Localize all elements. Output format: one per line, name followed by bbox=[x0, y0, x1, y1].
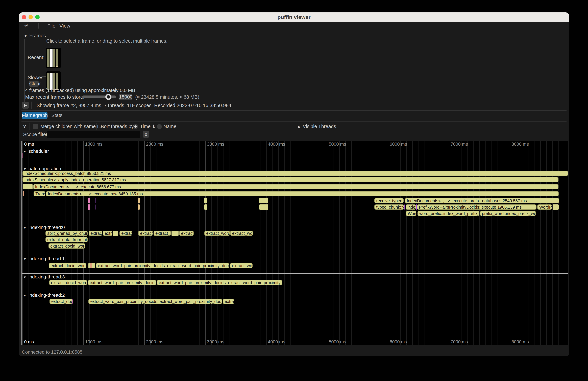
scope-bar[interactable]: receive_typed_ bbox=[374, 198, 404, 203]
scope-bar[interactable]: IndexDocuments<_, _>::execute_prefix_dat… bbox=[405, 198, 559, 203]
scope-bar[interactable]: extract_word_pair_proximity_docids::extr… bbox=[157, 280, 282, 285]
frame-bar[interactable] bbox=[47, 73, 49, 90]
scope-bar[interactable]: extract bbox=[89, 231, 102, 236]
scope-bar[interactable]: extract_word_pair_proximity_docids::extr… bbox=[96, 263, 229, 268]
scope-bar[interactable] bbox=[23, 191, 24, 196]
menu-file[interactable]: File bbox=[47, 22, 55, 30]
frame-bar[interactable] bbox=[53, 73, 55, 90]
scope-bar[interactable]: extra bbox=[103, 231, 112, 236]
frames-section-header[interactable]: ▼Frames bbox=[24, 33, 46, 39]
divider bbox=[21, 110, 567, 111]
scope-bar[interactable]: extract_ bbox=[153, 231, 171, 236]
tab-flamegraph[interactable]: Flamegraph bbox=[22, 112, 47, 119]
scope-bar[interactable]: extract_word_pair_proximity_docids::extr… bbox=[88, 299, 222, 304]
theme-toggle-icon[interactable]: ☀ bbox=[22, 22, 30, 30]
frames-summary: 4 frames (1 unpacked) using approximatel… bbox=[25, 88, 137, 93]
scope-bar[interactable]: IndexDocuments<_, _>::execute_raw 8459.1… bbox=[46, 191, 559, 196]
scope-bar[interactable]: extract_wo bbox=[230, 231, 253, 236]
frame-bar[interactable] bbox=[56, 49, 58, 66]
scope-bar[interactable]: typed_chunk::w bbox=[374, 204, 404, 210]
scope-bar[interactable] bbox=[88, 198, 90, 203]
scope-bar[interactable]: extrac bbox=[120, 231, 132, 236]
flamegraph-canvas[interactable]: 0 ms0 ms1000 ms1000 ms2000 ms2000 ms3000… bbox=[21, 141, 568, 345]
axis-tick-label: 2000 ms bbox=[146, 142, 164, 147]
scope-bar[interactable]: Trans bbox=[34, 191, 45, 196]
scope-bar[interactable]: extract_word bbox=[204, 231, 230, 236]
tab-stats[interactable]: Stats bbox=[51, 112, 63, 119]
scope-bar[interactable]: extract_docid_word bbox=[49, 263, 86, 268]
thread-header[interactable]: ▼indexing-thread:1 bbox=[23, 256, 65, 261]
thread-header[interactable]: ▼indexing-thread:2 bbox=[23, 292, 65, 298]
scope-bar[interactable]: Word bbox=[406, 211, 416, 216]
clear-filter-button[interactable]: x bbox=[143, 131, 149, 138]
scope-bar[interactable] bbox=[22, 153, 23, 158]
scope-bar[interactable] bbox=[138, 204, 140, 210]
frame-bar[interactable] bbox=[47, 49, 49, 67]
frame-bar-selected[interactable] bbox=[50, 73, 53, 90]
sort-name-label[interactable]: Name bbox=[164, 124, 176, 129]
scope-bar[interactable]: index bbox=[406, 204, 416, 210]
scope-bar[interactable] bbox=[259, 204, 268, 210]
scope-bar[interactable] bbox=[404, 204, 405, 210]
scope-bar[interactable] bbox=[416, 204, 417, 210]
slider-knob[interactable] bbox=[105, 94, 111, 100]
scope-bar[interactable]: word_prefix::index_word_prefix_ bbox=[418, 211, 480, 216]
frame-bar[interactable] bbox=[56, 73, 58, 89]
recent-frames-thumbnail[interactable] bbox=[46, 48, 61, 68]
scope-bar[interactable]: extract_doc bbox=[49, 299, 72, 304]
thread-header[interactable]: ▼scheduler bbox=[23, 148, 49, 154]
scope-bar[interactable]: extract bbox=[179, 231, 194, 236]
scope-bar[interactable]: IndexDocuments<_, _>::execute 8656.677 m… bbox=[33, 184, 559, 189]
scope-bar[interactable]: extract_word_pair_proximity_docids bbox=[88, 280, 156, 285]
scope-bar[interactable]: IndexScheduler>::process_batch 8953.821 … bbox=[22, 171, 568, 176]
scope-bar[interactable] bbox=[204, 204, 207, 210]
scope-bar[interactable] bbox=[72, 299, 73, 304]
thread-header[interactable]: ▼indexing-thread:0 bbox=[23, 225, 65, 230]
sort-by-name-radio[interactable] bbox=[157, 124, 162, 129]
clear-button[interactable]: Clear bbox=[29, 81, 39, 87]
scope-filter-input[interactable] bbox=[47, 130, 140, 138]
scope-bar[interactable]: prefix_word::index_prefix_wo bbox=[480, 211, 536, 216]
scope-bar[interactable] bbox=[171, 231, 179, 236]
sort-direction-arrow-icon[interactable]: ⬇ bbox=[152, 124, 156, 129]
max-frames-estimate: (≈ 23428.5 minutes, ≈ 68 MB) bbox=[135, 94, 199, 100]
title-bar[interactable]: puffin viewer bbox=[19, 12, 569, 22]
scope-bar[interactable] bbox=[88, 204, 90, 210]
scope-bar[interactable] bbox=[95, 198, 95, 203]
scope-bar[interactable] bbox=[95, 204, 95, 210]
max-frames-value[interactable]: 18000 bbox=[119, 94, 132, 100]
scope-bar[interactable]: extract_ bbox=[138, 231, 153, 236]
scope-bar[interactable]: extract::data_from_ob bbox=[45, 237, 88, 242]
frame-bar[interactable] bbox=[53, 49, 55, 67]
frame-bar-selected[interactable] bbox=[50, 49, 53, 67]
thread-name: indexing-thread:2 bbox=[28, 293, 65, 298]
help-button[interactable]: ? bbox=[23, 124, 26, 129]
scope-bar[interactable] bbox=[92, 263, 95, 268]
scope-bar[interactable] bbox=[23, 184, 33, 189]
sort-time-label[interactable]: Time bbox=[140, 124, 150, 129]
scope-bar[interactable] bbox=[138, 198, 140, 203]
scope-bar[interactable]: extract_wo bbox=[230, 263, 252, 268]
scope-bar[interactable] bbox=[259, 198, 268, 203]
scope-bar[interactable] bbox=[113, 231, 118, 236]
visible-threads-header[interactable]: ▶Visible Threads bbox=[298, 124, 336, 129]
axis-tick-label: 0 ms bbox=[24, 339, 34, 345]
merge-children-checkbox[interactable] bbox=[33, 124, 38, 129]
scope-bar[interactable]: IndexScheduler>::apply_index_operation 8… bbox=[22, 177, 558, 182]
scope-bar[interactable] bbox=[88, 231, 88, 236]
menu-view[interactable]: View bbox=[59, 22, 70, 30]
scope-bar[interactable] bbox=[204, 198, 207, 203]
scope-bar[interactable] bbox=[90, 263, 92, 268]
scope-bar[interactable] bbox=[88, 263, 90, 268]
scope-bar[interactable]: extract_docid_word bbox=[49, 280, 87, 285]
scope-bar[interactable]: WordPr bbox=[537, 204, 552, 210]
scope-bar[interactable]: extrac bbox=[223, 299, 234, 304]
play-button[interactable]: ▶ bbox=[22, 102, 29, 109]
scope-bar[interactable]: PrefixWordPairsProximityDocids::execute … bbox=[417, 204, 536, 210]
scope-bar[interactable]: extract_docid_word bbox=[48, 243, 85, 249]
scope-bar[interactable]: split_grenad_by_chun bbox=[45, 231, 88, 236]
scope-bar[interactable] bbox=[553, 204, 559, 210]
section-divider bbox=[22, 165, 568, 165]
thread-header[interactable]: ▼indexing-thread:3 bbox=[23, 274, 65, 280]
sort-by-time-radio[interactable] bbox=[133, 124, 138, 129]
